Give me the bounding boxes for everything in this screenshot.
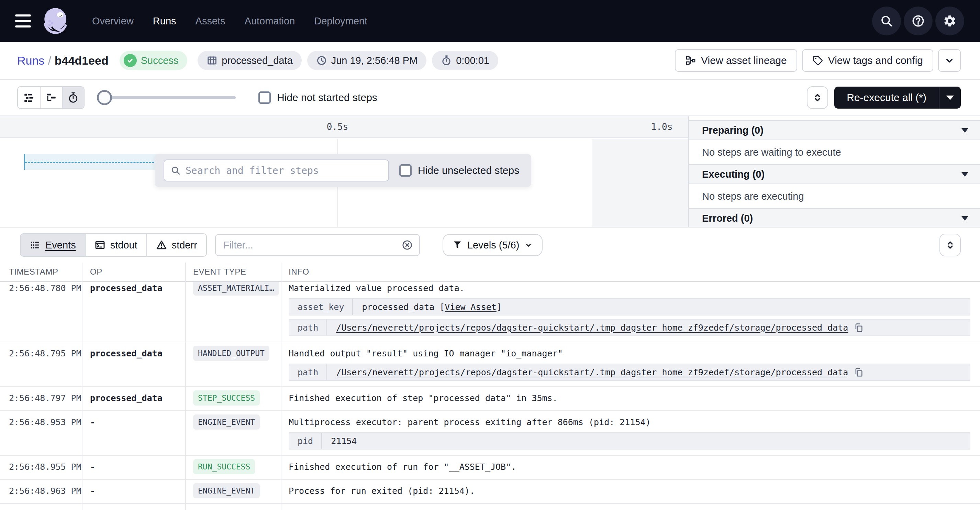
zoom-slider[interactable]: [98, 96, 236, 99]
terminal-icon: [94, 239, 105, 250]
settings-button[interactable]: [935, 6, 964, 35]
event-row[interactable]: 2:56:48.795 PMprocessed_dataHANDLED_OUTP…: [0, 342, 980, 387]
chevron-down-icon: [944, 55, 955, 66]
metadata-link[interactable]: View Asset: [445, 302, 496, 312]
view-asset-lineage-button[interactable]: View asset lineage: [675, 49, 797, 72]
waterfall-view-button[interactable]: [40, 87, 62, 108]
reexecute-dropdown-button[interactable]: [939, 87, 961, 108]
hide-unselected-checkbox[interactable]: [399, 164, 412, 177]
view-tags-config-button[interactable]: View tags and config: [802, 49, 933, 72]
run-tag[interactable]: processed_data: [197, 51, 301, 70]
event-op: processed_data: [90, 281, 162, 295]
log-expand-button[interactable]: [939, 234, 961, 257]
event-type-pill: STEP_SUCCESS: [193, 390, 260, 405]
stopwatch-icon: [441, 55, 452, 66]
log-filter-input[interactable]: [223, 239, 398, 251]
search-icon: [170, 165, 181, 175]
event-timestamp: 2:56:48.963 PM: [9, 484, 81, 497]
run-tag-label: processed_data: [222, 55, 293, 66]
copy-icon[interactable]: [854, 322, 864, 333]
flat-view-icon: [23, 92, 35, 104]
event-row[interactable]: 2:56:48.780 PMprocessed_dataASSET_MATERI…: [0, 277, 980, 342]
event-info: Handled output "result" using IO manager…: [289, 346, 970, 381]
tab-stdout[interactable]: stdout: [85, 234, 146, 256]
event-info-text: Handled output "result" using IO manager…: [289, 346, 970, 360]
search-button[interactable]: [872, 6, 901, 35]
event-info: Finished execution of step "processed_da…: [289, 391, 970, 405]
tab-stderr[interactable]: stderr: [146, 234, 206, 256]
breadcrumb-runs-link[interactable]: Runs: [17, 54, 45, 67]
status-section-header[interactable]: Executing (0): [689, 164, 980, 184]
events-table: TIMESTAMPOPEVENT TYPEINFO 2:56:48.780 PM…: [0, 263, 980, 510]
status-section-header[interactable]: Preparing (0): [689, 120, 980, 140]
step-search-box: [164, 159, 389, 182]
event-type-cell: HANDLED_OUTPUT: [193, 346, 269, 361]
event-info: Materialized value processed_data.asset_…: [289, 281, 970, 336]
lineage-icon: [685, 55, 696, 66]
hamburger-menu-icon[interactable]: [15, 14, 31, 27]
hide-unselected-row: Hide unselected steps: [399, 164, 519, 177]
reexecute-split-button: Re-execute all (*): [834, 87, 961, 108]
status-badge: Success: [119, 51, 188, 70]
metadata-key: path: [290, 320, 327, 335]
copy-icon[interactable]: [854, 367, 864, 377]
search-icon: [880, 14, 893, 28]
warning-icon: [156, 239, 167, 250]
tab-label: stderr: [172, 239, 197, 251]
step-status-panel: Preparing (0)No steps are waiting to exe…: [689, 116, 980, 227]
run-tag[interactable]: Jun 19, 2:56:48 PM: [307, 51, 427, 70]
nav-item-assets[interactable]: Assets: [196, 16, 226, 27]
reexecute-all-button[interactable]: Re-execute all (*): [834, 87, 939, 108]
tab-label: stdout: [110, 239, 137, 251]
dagster-logo[interactable]: [40, 5, 72, 37]
status-section-header[interactable]: Errored (0): [689, 208, 980, 227]
event-info: Multiprocess executor: parent process ex…: [289, 415, 970, 449]
events-table-header: TIMESTAMPOPEVENT TYPEINFO: [0, 263, 980, 282]
tag-icon: [812, 55, 823, 66]
gantt-region: 0.5s1.0s pro… Hide unselected steps Prep…: [0, 115, 980, 227]
zoom-slider-handle[interactable]: [97, 90, 112, 105]
header-more-button[interactable]: [938, 49, 961, 72]
nav-items: OverviewRunsAssetsAutomationDeployment: [92, 16, 368, 27]
hide-not-started-row: Hide not started steps: [258, 91, 377, 104]
nav-item-runs[interactable]: Runs: [153, 16, 176, 27]
timed-view-button[interactable]: [62, 87, 84, 108]
event-timestamp: 2:56:48.780 PM: [9, 281, 81, 295]
gantt-expand-button[interactable]: [807, 86, 828, 109]
clear-filter-icon[interactable]: [401, 239, 413, 251]
table-grid-icon: [207, 55, 218, 66]
metadata-path-link[interactable]: /Users/neverett/projects/repos/dagster-q…: [336, 323, 848, 333]
column-header-timestamp: TIMESTAMP: [9, 267, 59, 277]
help-button[interactable]: [904, 6, 932, 35]
column-header-info: INFO: [289, 267, 309, 277]
metadata-path-link[interactable]: /Users/neverett/projects/repos/dagster-q…: [336, 367, 848, 377]
flat-view-button[interactable]: [18, 87, 40, 108]
levels-dropdown-button[interactable]: Levels (5/6): [442, 234, 543, 256]
chevron-down-icon: [524, 241, 533, 250]
run-id: b44d1eed: [55, 54, 108, 67]
event-row[interactable]: 2:56:48.797 PMprocessed_dataSTEP_SUCCESS…: [0, 387, 980, 411]
event-timestamp: 2:56:48.795 PM: [9, 346, 81, 360]
run-tag[interactable]: 0:00:01: [432, 51, 498, 70]
nav-item-automation[interactable]: Automation: [245, 16, 295, 27]
hide-not-started-checkbox[interactable]: [258, 91, 271, 104]
event-timestamp: 2:56:48.953 PM: [9, 415, 81, 429]
step-search-input[interactable]: [186, 165, 382, 176]
event-row[interactable]: 2:56:48.963 PM-ENGINE_EVENTProcess for r…: [0, 480, 980, 504]
help-icon: [911, 14, 925, 28]
metadata-value: /Users/neverett/projects/repos/dagster-q…: [327, 320, 970, 335]
event-type-pill: ENGINE_EVENT: [193, 414, 260, 430]
event-row[interactable]: 2:56:48.953 PM-ENGINE_EVENTMultiprocess …: [0, 411, 980, 456]
event-op: -: [90, 415, 95, 429]
nav-item-overview[interactable]: Overview: [92, 16, 134, 27]
run-tag-label: 0:00:01: [456, 55, 489, 66]
tab-Events[interactable]: Events: [21, 234, 85, 256]
event-info: Process for run exited (pid: 21154).: [289, 484, 970, 497]
event-row[interactable]: 2:56:48.955 PM-RUN_SUCCESSFinished execu…: [0, 456, 980, 480]
status-section-body: No steps are executing: [689, 184, 980, 208]
event-info: Finished execution of run for "__ASSET_J…: [289, 460, 970, 473]
event-info-text: Finished execution of run for "__ASSET_J…: [289, 460, 970, 473]
gantt-view-switcher: [17, 86, 84, 109]
nav-item-deployment[interactable]: Deployment: [314, 16, 368, 27]
gantt-toolbar: Hide not started steps Re-execute all (*…: [0, 80, 980, 115]
